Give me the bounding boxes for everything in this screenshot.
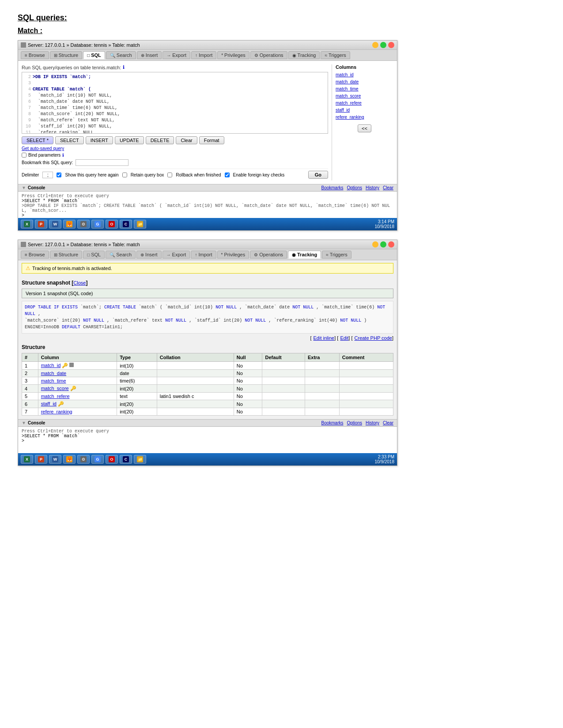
- tab-triggers-2[interactable]: ≈ Triggers: [322, 251, 351, 259]
- close-btn-1[interactable]: [388, 42, 394, 48]
- go-btn-1[interactable]: Go: [308, 171, 328, 179]
- taskbar-excel-1[interactable]: X: [21, 220, 33, 229]
- window-controls-2[interactable]: [372, 241, 394, 248]
- taskbar-excel-2[interactable]: X: [21, 455, 33, 464]
- taskbar-circle-1[interactable]: O: [106, 220, 118, 229]
- insert-btn-1[interactable]: INSERT: [86, 136, 113, 144]
- sql-info-icon-1[interactable]: ℹ: [123, 64, 125, 70]
- taskbar-folder-1[interactable]: 📁: [134, 220, 146, 229]
- col-match-time-1[interactable]: match_time: [336, 86, 393, 93]
- console-options-1[interactable]: Options: [347, 185, 362, 190]
- col-match-refere-1[interactable]: match_refere: [336, 100, 393, 107]
- console-clear-2[interactable]: Clear: [383, 420, 393, 425]
- tab-tracking-1[interactable]: ◉ Tracking: [288, 51, 320, 59]
- foreign-key-cb-1[interactable]: [225, 173, 230, 177]
- maximize-btn-1[interactable]: [380, 42, 386, 48]
- tab-export-1[interactable]: → Export: [162, 51, 190, 59]
- clear-btn-1[interactable]: Clear: [176, 136, 197, 144]
- console-expand-icon-2[interactable]: ▼: [22, 420, 26, 425]
- columns-arrow-btn-1[interactable]: <<: [358, 124, 371, 132]
- delimiter-input-1[interactable]: [42, 172, 53, 178]
- console-history-1[interactable]: History: [366, 185, 379, 190]
- tab-privileges-1[interactable]: * Privileges: [217, 51, 249, 59]
- auto-saved-text-1[interactable]: Get auto-saved query: [22, 146, 64, 151]
- tab-insert-2[interactable]: ⊕ Insert: [136, 251, 162, 259]
- taskbar-firefox-2[interactable]: 🦊: [63, 455, 76, 464]
- section-match-title: Match :: [18, 27, 545, 35]
- maximize-btn-2[interactable]: [380, 241, 386, 248]
- taskbar-ppt-1[interactable]: P: [35, 220, 47, 229]
- row5-col-link-2[interactable]: match_refere: [41, 394, 70, 399]
- tab-browse-1[interactable]: ≡ Browse: [21, 51, 49, 59]
- tab-search-1[interactable]: 🔍 Search: [106, 51, 136, 59]
- update-btn-1[interactable]: UPDATE: [115, 136, 144, 144]
- delete-btn-1[interactable]: DELETE: [146, 136, 174, 144]
- console-options-2[interactable]: Options: [347, 420, 362, 425]
- format-btn-1[interactable]: Format: [199, 136, 224, 144]
- taskbar-chat-2[interactable]: C: [120, 455, 132, 464]
- tab-triggers-1[interactable]: ≈ Triggers: [321, 51, 350, 59]
- row7-col-link-2[interactable]: refere_ranking: [41, 409, 72, 414]
- tab-operations-1[interactable]: ⚙ Operations: [250, 51, 287, 59]
- tab-insert-1[interactable]: ⊕ Insert: [137, 51, 162, 59]
- console-expand-icon-1[interactable]: ▼: [22, 185, 26, 190]
- col-match-id-1[interactable]: match_id: [336, 71, 393, 79]
- col-refere-ranking-1[interactable]: refere_ranking: [336, 114, 393, 121]
- taskbar-circle-2[interactable]: O: [106, 455, 118, 464]
- row1-edit-icon-2[interactable]: [69, 363, 74, 367]
- select-btn-1[interactable]: SELECT: [55, 136, 84, 144]
- tab-structure-1[interactable]: ⊞ Structure: [50, 51, 83, 59]
- taskbar-chrome-2[interactable]: G: [91, 455, 104, 464]
- window-controls-1[interactable]: [372, 42, 394, 48]
- tab-import-1[interactable]: ↑ Import: [191, 51, 216, 59]
- taskbar-chat-1[interactable]: C: [120, 220, 132, 229]
- row4-col-link-2[interactable]: match_score: [41, 386, 69, 391]
- tab-search-2[interactable]: 🔍 Search: [106, 251, 136, 259]
- row3-col-link-2[interactable]: match_time: [41, 378, 66, 383]
- col-match-score-1[interactable]: match_score: [336, 93, 393, 100]
- tab-sql-2[interactable]: □ SQL: [83, 251, 105, 259]
- taskbar-word-2[interactable]: W: [49, 455, 61, 464]
- console-history-2[interactable]: History: [366, 420, 379, 425]
- retain-query-cb-1[interactable]: [122, 173, 127, 177]
- taskbar-folder-2[interactable]: 📁: [134, 455, 146, 464]
- bind-params-checkbox-1[interactable]: [22, 153, 26, 158]
- close-btn-2[interactable]: [388, 241, 394, 248]
- tab-browse-2[interactable]: ≡ Browse: [21, 251, 49, 259]
- taskbar-vpn-1[interactable]: ⊙: [77, 220, 90, 229]
- sql-editor-1[interactable]: 2 >DB IF EXISTS `match`; 3 4 CREATE TABL…: [22, 72, 328, 134]
- bookmark-input-1[interactable]: [76, 159, 128, 166]
- taskbar-firefox-1[interactable]: 🦊: [63, 220, 76, 229]
- col-match-date-1[interactable]: match_date: [336, 79, 393, 86]
- edit-inline-link-2[interactable]: Edit inline: [314, 335, 335, 341]
- tab-import-2[interactable]: ↑ Import: [191, 251, 216, 259]
- create-php-link-2[interactable]: Create PHP code: [355, 335, 392, 341]
- rollback-cb-1[interactable]: [167, 173, 172, 177]
- show-query-cb-1[interactable]: [57, 173, 61, 177]
- console-bookmarks-1[interactable]: Bookmarks: [321, 185, 343, 190]
- row2-col-link-2[interactable]: match_date: [41, 371, 66, 376]
- taskbar-vpn-2[interactable]: ⊙: [77, 455, 90, 464]
- tab-operations-2[interactable]: ⚙ Operations: [250, 251, 287, 259]
- screenshot2: Server: 127.0.0.1 » Database: tennis » T…: [18, 240, 397, 466]
- row1-col-link-2[interactable]: match_id: [41, 363, 61, 368]
- tab-tracking-2[interactable]: ◉ Tracking: [288, 251, 321, 259]
- taskbar-ppt-2[interactable]: P: [35, 455, 47, 464]
- tab-structure-2[interactable]: ⊞ Structure: [50, 251, 83, 259]
- edit-link-2[interactable]: Edit: [340, 335, 348, 341]
- console-clear-1[interactable]: Clear: [383, 185, 393, 190]
- col-staff-id-1[interactable]: staff_id: [336, 107, 393, 114]
- console-bookmarks-2[interactable]: Bookmarks: [321, 420, 343, 425]
- snapshot-close-link-2[interactable]: Close: [73, 280, 86, 285]
- tab-export-2[interactable]: → Export: [162, 251, 190, 259]
- taskbar-chrome-1[interactable]: G: [91, 220, 104, 229]
- taskbar-word-1[interactable]: W: [49, 220, 61, 229]
- bind-params-info-1[interactable]: ℹ: [62, 153, 64, 158]
- auto-saved-link-1[interactable]: Get auto-saved query: [22, 146, 328, 151]
- row6-col-link-2[interactable]: staff_id: [41, 401, 57, 406]
- minimize-btn-2[interactable]: [372, 241, 378, 248]
- tab-privileges-2[interactable]: * Privileges: [217, 251, 249, 259]
- tab-sql-1[interactable]: □ SQL: [83, 51, 105, 59]
- minimize-btn-1[interactable]: [372, 42, 378, 48]
- select-star-btn-1[interactable]: SELECT *: [22, 136, 53, 144]
